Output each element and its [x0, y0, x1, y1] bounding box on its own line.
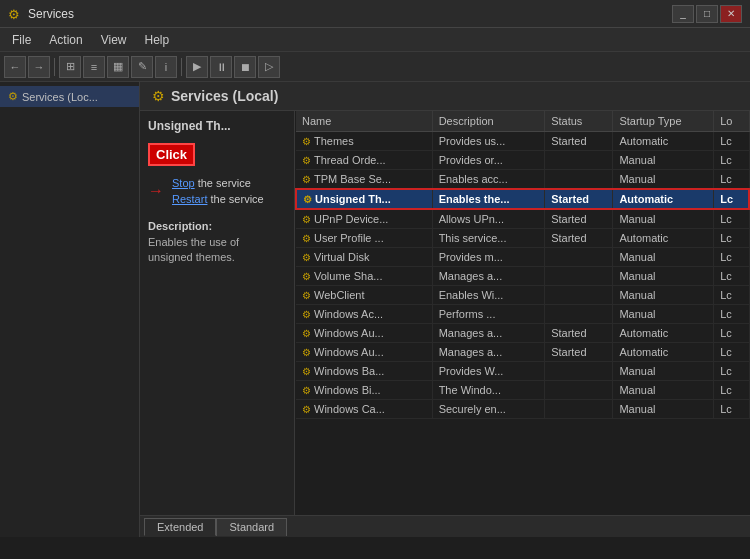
- cell-loc: Lc: [714, 362, 749, 381]
- up-button[interactable]: ⊞: [59, 56, 81, 78]
- services-table: Name Description Status Startup Type Lo …: [295, 111, 750, 419]
- row-icon: ⚙: [303, 194, 312, 205]
- views-button[interactable]: ≡: [83, 56, 105, 78]
- stop-button[interactable]: ⏹: [234, 56, 256, 78]
- cell-name: ⚙Virtual Disk: [296, 248, 432, 267]
- cell-name: ⚙WebClient: [296, 286, 432, 305]
- table-row[interactable]: ⚙Thread Orde...Provides or...ManualLc: [296, 151, 749, 170]
- properties-button[interactable]: ▦: [107, 56, 129, 78]
- cell-loc: Lc: [714, 286, 749, 305]
- red-arrow-icon: →: [148, 182, 164, 200]
- table-row[interactable]: ⚙Windows Bi...The Windo...ManualLc: [296, 381, 749, 400]
- row-icon: ⚙: [302, 214, 311, 225]
- table-row[interactable]: ⚙Volume Sha...Manages a...ManualLc: [296, 267, 749, 286]
- menu-bar: File Action View Help: [0, 28, 750, 52]
- table-row[interactable]: ⚙Windows Ba...Provides W...ManualLc: [296, 362, 749, 381]
- col-name[interactable]: Name: [296, 111, 432, 132]
- service-name-label: Unsigned Th...: [148, 119, 286, 133]
- action-links: Stop the service Restart the service: [172, 176, 264, 206]
- cell-loc: Lc: [714, 267, 749, 286]
- table-row[interactable]: ⚙WebClientEnables Wi...ManualLc: [296, 286, 749, 305]
- table-row[interactable]: ⚙Windows Ca...Securely en...ManualLc: [296, 400, 749, 419]
- start-button[interactable]: ▶: [186, 56, 208, 78]
- cell-status: Started: [545, 229, 613, 248]
- menu-action[interactable]: Action: [41, 31, 90, 49]
- cell-desc: Enables the...: [432, 189, 545, 209]
- cell-desc: Enables acc...: [432, 170, 545, 190]
- cell-status: [545, 286, 613, 305]
- minimize-button[interactable]: _: [672, 5, 694, 23]
- description-section: Description: Enables the use of unsigned…: [148, 220, 286, 266]
- cell-desc: Provides m...: [432, 248, 545, 267]
- row-icon: ⚙: [302, 174, 311, 185]
- col-startup-type[interactable]: Startup Type: [613, 111, 714, 132]
- cell-desc: Performs ...: [432, 305, 545, 324]
- stop-link[interactable]: Stop: [172, 177, 195, 189]
- services-table-wrapper[interactable]: Name Description Status Startup Type Lo …: [295, 111, 750, 515]
- cell-name: ⚙Windows Au...: [296, 324, 432, 343]
- cell-name: ⚙Volume Sha...: [296, 267, 432, 286]
- back-button[interactable]: ←: [4, 56, 26, 78]
- tab-standard[interactable]: Standard: [216, 518, 287, 536]
- menu-view[interactable]: View: [93, 31, 135, 49]
- cell-name: ⚙Windows Ac...: [296, 305, 432, 324]
- title-bar: ⚙ Services _ □ ✕: [0, 0, 750, 28]
- cell-startup: Manual: [613, 362, 714, 381]
- restart-link[interactable]: Restart: [172, 193, 207, 205]
- row-icon: ⚙: [302, 404, 311, 415]
- click-badge-container: Click: [148, 143, 286, 170]
- cell-desc: Allows UPn...: [432, 209, 545, 229]
- row-icon: ⚙: [302, 309, 311, 320]
- cell-loc: Lc: [714, 229, 749, 248]
- col-loc[interactable]: Lo: [714, 111, 749, 132]
- cell-desc: This service...: [432, 229, 545, 248]
- window-controls: _ □ ✕: [672, 5, 742, 23]
- restart-action: Restart the service: [172, 192, 264, 206]
- col-status[interactable]: Status: [545, 111, 613, 132]
- menu-file[interactable]: File: [4, 31, 39, 49]
- sidebar-item-services[interactable]: ⚙ Services (Loc...: [0, 86, 139, 107]
- table-row[interactable]: ⚙Unsigned Th...Enables the...StartedAuto…: [296, 189, 749, 209]
- status-bar: Extended Standard: [140, 515, 750, 537]
- table-row[interactable]: ⚙TPM Base Se...Enables acc...ManualLc: [296, 170, 749, 190]
- row-icon: ⚙: [302, 271, 311, 282]
- table-row[interactable]: ⚙Windows Au...Manages a...StartedAutomat…: [296, 324, 749, 343]
- forward-button[interactable]: →: [28, 56, 50, 78]
- cell-status: [545, 400, 613, 419]
- cell-loc: Lc: [714, 324, 749, 343]
- cell-desc: Securely en...: [432, 400, 545, 419]
- table-row[interactable]: ⚙User Profile ...This service...StartedA…: [296, 229, 749, 248]
- maximize-button[interactable]: □: [696, 5, 718, 23]
- table-row[interactable]: ⚙Virtual DiskProvides m...ManualLc: [296, 248, 749, 267]
- cell-loc: Lc: [714, 151, 749, 170]
- panel-header-icon: ⚙: [152, 88, 165, 104]
- pause-button[interactable]: ⏸: [210, 56, 232, 78]
- cell-loc: Lc: [714, 381, 749, 400]
- table-row[interactable]: ⚙ThemesProvides us...StartedAutomaticLc: [296, 132, 749, 151]
- cell-status: [545, 305, 613, 324]
- restart-button[interactable]: ▷: [258, 56, 280, 78]
- table-row[interactable]: ⚙UPnP Device...Allows UPn...StartedManua…: [296, 209, 749, 229]
- row-icon: ⚙: [302, 290, 311, 301]
- cell-name: ⚙Windows Bi...: [296, 381, 432, 400]
- table-row[interactable]: ⚙Windows Ac...Performs ...ManualLc: [296, 305, 749, 324]
- cell-name: ⚙Themes: [296, 132, 432, 151]
- tab-extended[interactable]: Extended: [144, 518, 216, 536]
- sidebar-item-label: Services (Loc...: [22, 91, 98, 103]
- cell-name: ⚙TPM Base Se...: [296, 170, 432, 190]
- cell-name: ⚙User Profile ...: [296, 229, 432, 248]
- toolbar: ← → ⊞ ≡ ▦ ✎ i ▶ ⏸ ⏹ ▷: [0, 52, 750, 82]
- panel-title: Services (Local): [171, 88, 278, 104]
- description-title: Description:: [148, 220, 286, 232]
- stop-action: Stop the service: [172, 176, 264, 190]
- table-row[interactable]: ⚙Windows Au...Manages a...StartedAutomat…: [296, 343, 749, 362]
- cell-status: Started: [545, 132, 613, 151]
- info-button[interactable]: i: [155, 56, 177, 78]
- menu-help[interactable]: Help: [137, 31, 178, 49]
- edit-button[interactable]: ✎: [131, 56, 153, 78]
- row-icon: ⚙: [302, 136, 311, 147]
- cell-status: Started: [545, 343, 613, 362]
- close-button[interactable]: ✕: [720, 5, 742, 23]
- cell-startup: Manual: [613, 286, 714, 305]
- col-description[interactable]: Description: [432, 111, 545, 132]
